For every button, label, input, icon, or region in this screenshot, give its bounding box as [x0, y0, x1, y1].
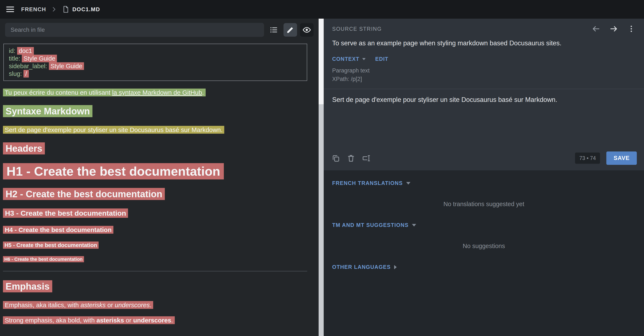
translation-toolbar: 73 • 74 SAVE — [324, 151, 644, 170]
doc-p-string[interactable]: Emphasis, aka italics, with asterisks or… — [3, 301, 311, 309]
arrow-left-icon — [592, 24, 600, 33]
context-toggle[interactable]: CONTEXT — [332, 56, 366, 62]
copy-source-button[interactable] — [330, 152, 342, 164]
frontmatter-value-string[interactable]: Style Guide — [22, 55, 57, 63]
source-string-area: SOURCE STRING — [324, 19, 644, 170]
list-icon — [270, 26, 278, 34]
other-languages-section-header[interactable]: OTHER LANGUAGES — [332, 264, 397, 270]
edit-mode-button[interactable] — [284, 23, 297, 37]
copy-icon — [332, 154, 340, 162]
no-suggestions-text: No suggestions — [332, 243, 636, 250]
breadcrumb-file[interactable]: DOC1.MD — [62, 6, 100, 13]
horizontal-rule — [3, 271, 307, 271]
translation-input[interactable]: Sert de page d'exemple pour styliser un … — [324, 89, 644, 151]
triangle-right-icon — [394, 265, 397, 269]
text-cursor-icon — [362, 154, 370, 162]
search-row — [0, 19, 318, 41]
doc-h1-string[interactable]: H1 - Create the best documentation — [3, 164, 311, 179]
doc-h2-string[interactable]: Syntaxe Markdown — [3, 106, 311, 116]
doc-p-string[interactable]: Tu peux écrire du contenu en utilisant l… — [3, 89, 311, 96]
frontmatter-line: sidebar_label: Style Guide — [9, 62, 302, 70]
triangle-down-icon — [412, 224, 416, 227]
frontmatter-value-string[interactable]: Style Guide — [49, 62, 84, 70]
suggestions-area: FRENCH TRANSLATIONS No translations sugg… — [324, 170, 644, 336]
save-button[interactable]: SAVE — [606, 151, 637, 165]
select-text-button[interactable] — [360, 152, 372, 164]
french-translations-label: FRENCH TRANSLATIONS — [332, 180, 403, 186]
file-icon — [62, 6, 70, 13]
document-content: id: doc1title: Style Guidesidebar_label:… — [0, 41, 318, 336]
breadcrumb-file-label: DOC1.MD — [72, 6, 100, 13]
triangle-down-icon — [362, 58, 366, 60]
triangle-down-icon — [406, 182, 410, 185]
frontmatter-line: title: Style Guide — [9, 55, 302, 62]
strings-list-button[interactable] — [267, 23, 280, 37]
frontmatter-key: id: — [9, 48, 17, 54]
doc-h5-string[interactable]: H5 - Create the best documentation — [3, 242, 311, 249]
frontmatter-line: id: doc1 — [9, 47, 302, 55]
more-options-button[interactable] — [627, 25, 636, 33]
context-xpath: XPath: /p[2] — [332, 75, 636, 83]
frontmatter-value-string[interactable]: doc1 — [17, 47, 34, 55]
context-row: CONTEXT EDIT — [324, 47, 644, 62]
breadcrumb: FRENCH DOC1.MD — [21, 6, 100, 13]
doc-h2-string[interactable]: Headers — [3, 143, 311, 154]
edit-context-button[interactable]: EDIT — [375, 56, 388, 62]
frontmatter-key: slug: — [9, 70, 24, 77]
tm-mt-suggestions-label: TM AND MT SUGGESTIONS — [332, 222, 408, 228]
file-preview-panel: id: doc1title: Style Guidesidebar_label:… — [0, 19, 318, 336]
source-string-header: SOURCE STRING — [324, 24, 644, 34]
doc-h2-string[interactable]: Emphasis — [3, 281, 311, 292]
frontmatter-key: title: — [9, 55, 22, 62]
tm-mt-suggestions-section-header[interactable]: TM AND MT SUGGESTIONS — [332, 222, 416, 228]
frontmatter-value-string[interactable]: / — [24, 70, 28, 78]
previous-string-button[interactable] — [592, 24, 600, 33]
clear-translation-button[interactable] — [345, 152, 357, 164]
translation-actions: 73 • 74 SAVE — [575, 151, 637, 165]
character-counter: 73 • 74 — [575, 152, 600, 164]
document-scrollbar[interactable] — [318, 19, 324, 336]
trash-icon — [347, 154, 355, 162]
source-string-text: To serve as an example page when styling… — [324, 34, 644, 47]
string-navigation — [592, 24, 636, 33]
hamburger-icon — [6, 5, 15, 14]
context-toggle-label: CONTEXT — [332, 56, 360, 62]
pencil-icon — [286, 26, 294, 34]
other-languages-label: OTHER LANGUAGES — [332, 264, 391, 270]
search-input[interactable] — [5, 23, 264, 37]
frontmatter-line: slug: / — [9, 70, 302, 78]
main-area: id: doc1title: Style Guidesidebar_label:… — [0, 19, 644, 336]
doc-h6-string[interactable]: H6 - Create the best documentation — [3, 257, 311, 262]
search-box — [5, 23, 264, 37]
arrow-right-icon — [609, 24, 618, 33]
french-translations-section-header[interactable]: FRENCH TRANSLATIONS — [332, 180, 410, 186]
frontmatter-key: sidebar_label: — [9, 63, 49, 70]
doc-h2-string[interactable]: H2 - Create the best documentation — [3, 189, 311, 199]
chevron-right-icon — [51, 6, 57, 13]
source-string-label: SOURCE STRING — [332, 26, 382, 32]
doc-p-string[interactable]: Strong emphasis, aka bold, with asterisk… — [3, 317, 311, 324]
scrollbar-thumb[interactable] — [318, 19, 324, 104]
doc-h4-string[interactable]: H4 - Create the best documentation — [3, 226, 311, 233]
next-string-button[interactable] — [609, 24, 618, 33]
no-translations-text: No translations suggested yet — [332, 201, 636, 208]
preview-mode-button[interactable] — [300, 23, 314, 37]
context-type: Paragraph text — [332, 66, 636, 75]
app: FRENCH DOC1.MD — [0, 0, 644, 336]
breadcrumb-project[interactable]: FRENCH — [21, 6, 46, 13]
frontmatter-block: id: doc1title: Style Guidesidebar_label:… — [4, 44, 307, 81]
eye-icon — [302, 26, 311, 34]
doc-p-string[interactable]: Sert de page d'exemple pour styliser un … — [3, 126, 311, 133]
doc-h3-string[interactable]: H3 - Create the best documentation — [3, 209, 311, 217]
hamburger-menu-button[interactable] — [6, 5, 15, 14]
translation-tools — [330, 152, 372, 164]
kebab-menu-icon — [627, 25, 636, 33]
translation-panel: SOURCE STRING — [324, 19, 644, 336]
edit-context-label: EDIT — [375, 56, 388, 62]
context-info: Paragraph text XPath: /p[2] — [324, 62, 644, 83]
topbar: FRENCH DOC1.MD — [0, 0, 644, 19]
